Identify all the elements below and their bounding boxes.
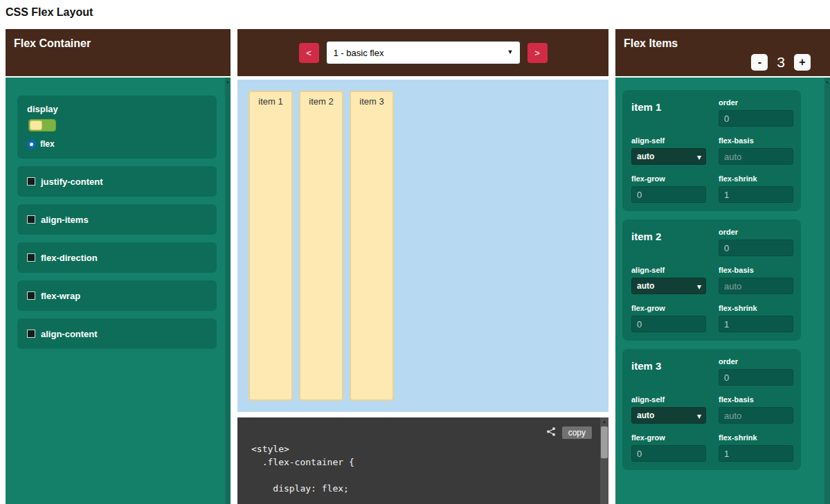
flex-container-title: Flex Container: [14, 37, 91, 50]
align-self-select[interactable]: auto: [631, 407, 706, 424]
flex-shrink-field: flex-shrink: [719, 304, 793, 332]
preview-panel: < 1 - basic flex > item 1 item 2 item 3 …: [237, 29, 608, 504]
group-flex-wrap[interactable]: flex-wrap: [17, 280, 217, 311]
align-self-field: align-self auto: [631, 136, 706, 165]
flex-basis-input[interactable]: [719, 278, 793, 294]
flex-shrink-label: flex-shrink: [719, 433, 793, 442]
flex-basis-field: flex-basis: [719, 266, 793, 294]
flex-basis-input[interactable]: [719, 148, 793, 165]
group-justify-content[interactable]: justify-content: [17, 166, 217, 197]
align-self-select[interactable]: auto: [631, 278, 706, 294]
align-self-select-wrap: auto: [631, 279, 706, 291]
order-label: order: [719, 98, 793, 107]
code-toolbar: copy: [545, 426, 592, 440]
flex-preview-container: item 1 item 2 item 3: [237, 80, 608, 412]
code-panel: copy <style> .flex-container { display: …: [237, 417, 608, 504]
page-title: CSS Flex Layout: [6, 6, 93, 19]
code-line: <style>: [251, 442, 354, 456]
flex-grow-field: flex-grow: [631, 304, 706, 332]
item-card-3: item 3 order align-self auto flex-basis …: [622, 349, 801, 470]
code-scrollbar-thumb[interactable]: [601, 426, 608, 458]
align-self-select-wrap: auto: [631, 408, 706, 420]
group-align-content[interactable]: align-content: [17, 318, 217, 349]
flex-grow-label: flex-grow: [631, 304, 706, 312]
preview-item-3: item 3: [350, 91, 394, 401]
justify-content-checkbox[interactable]: [27, 177, 35, 186]
item-count-controls: - 3 +: [751, 54, 811, 71]
order-label: order: [719, 228, 793, 236]
code-scrollbar[interactable]: ▲: [600, 417, 608, 504]
order-field: order: [719, 228, 793, 256]
left-panel-scrollbar[interactable]: ▲: [225, 78, 231, 504]
scroll-up-icon[interactable]: ▲: [824, 78, 830, 84]
flex-grow-input[interactable]: [631, 445, 706, 462]
align-self-select-wrap: auto: [631, 150, 706, 161]
prev-scenario-button[interactable]: <: [299, 43, 319, 63]
flex-items-header: Flex Items - 3 +: [615, 29, 830, 76]
flex-basis-field: flex-basis: [719, 395, 793, 424]
align-self-label: align-self: [631, 136, 706, 145]
flex-grow-label: flex-grow: [631, 433, 706, 442]
remove-item-button[interactable]: -: [751, 54, 768, 71]
flex-direction-checkbox[interactable]: [27, 253, 35, 262]
flex-wrap-checkbox[interactable]: [27, 291, 35, 300]
flex-items-title: Flex Items: [624, 37, 678, 50]
flex-direction-label: flex-direction: [41, 253, 98, 263]
justify-content-label: justify-content: [41, 177, 103, 187]
preview-item-1: item 1: [249, 91, 293, 401]
add-item-button[interactable]: +: [794, 54, 811, 71]
flex-wrap-label: flex-wrap: [41, 291, 80, 301]
align-self-select[interactable]: auto: [631, 148, 706, 165]
right-panel-scrollbar[interactable]: ▲: [824, 78, 830, 504]
align-content-label: align-content: [41, 329, 98, 339]
code-line: [251, 469, 354, 482]
flex-radio-label: flex: [40, 139, 55, 149]
code-scroll-up-icon[interactable]: ▲: [600, 417, 608, 426]
flex-grow-field: flex-grow: [631, 174, 706, 203]
align-self-field: align-self auto: [631, 266, 706, 294]
align-content-checkbox[interactable]: [27, 330, 35, 338]
flex-shrink-input[interactable]: [719, 445, 793, 462]
group-align-items[interactable]: align-items: [17, 204, 217, 235]
order-input[interactable]: [719, 369, 793, 386]
flex-basis-label: flex-basis: [719, 136, 793, 145]
flex-container-header: Flex Container: [6, 29, 231, 76]
group-flex-direction[interactable]: flex-direction: [17, 242, 217, 273]
scroll-up-icon[interactable]: ▲: [225, 78, 231, 84]
flex-shrink-label: flex-shrink: [719, 174, 793, 183]
order-input[interactable]: [719, 110, 793, 127]
share-icon[interactable]: [545, 426, 557, 440]
item-count: 3: [777, 54, 785, 71]
item-card-title: item 1: [631, 98, 706, 127]
code-content: <style> .flex-container { display: flex;: [251, 442, 354, 495]
flex-basis-label: flex-basis: [719, 266, 793, 274]
flex-basis-field: flex-basis: [719, 136, 793, 165]
copy-button[interactable]: copy: [562, 426, 592, 439]
flex-items-body: item 1 order align-self auto flex-basis …: [615, 78, 830, 504]
display-toggle[interactable]: [28, 119, 56, 132]
flex-grow-field: flex-grow: [631, 433, 706, 462]
align-items-label: align-items: [41, 215, 89, 225]
scenario-select-wrap: 1 - basic flex: [326, 41, 521, 64]
flex-grow-input[interactable]: [631, 186, 706, 203]
item-card-2: item 2 order align-self auto flex-basis …: [622, 219, 801, 341]
align-items-checkbox[interactable]: [27, 215, 35, 224]
scenario-select[interactable]: 1 - basic flex: [326, 41, 521, 64]
flex-radio[interactable]: [27, 140, 36, 149]
order-input[interactable]: [719, 240, 793, 256]
order-label: order: [719, 357, 793, 366]
flex-shrink-input[interactable]: [719, 186, 793, 203]
item-card-1: item 1 order align-self auto flex-basis …: [622, 90, 801, 211]
code-line: .flex-container {: [251, 456, 354, 469]
flex-grow-input[interactable]: [631, 316, 706, 332]
flex-shrink-input[interactable]: [719, 316, 793, 332]
align-self-field: align-self auto: [631, 395, 706, 424]
flex-container-body: display flex justify-content align-items…: [6, 78, 231, 504]
flex-basis-input[interactable]: [719, 407, 793, 424]
display-label: display: [27, 104, 207, 114]
preview-item-2: item 2: [299, 91, 343, 401]
item-card-title: item 2: [631, 228, 706, 256]
align-self-label: align-self: [631, 395, 706, 404]
next-scenario-button[interactable]: >: [527, 43, 548, 63]
flex-grow-label: flex-grow: [631, 174, 706, 183]
